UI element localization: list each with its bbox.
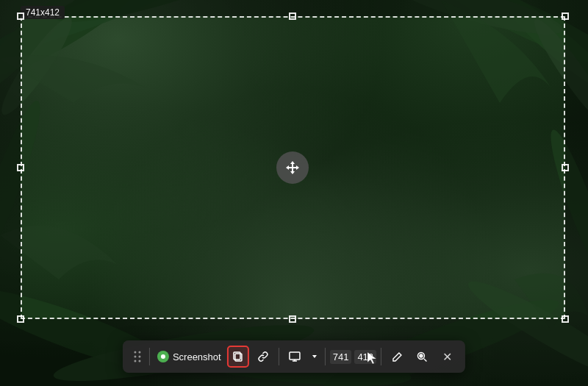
handle-bottom-right[interactable] bbox=[562, 315, 569, 323]
svg-rect-21 bbox=[288, 167, 297, 168]
handle-bottom-center[interactable] bbox=[289, 315, 296, 323]
copy-button[interactable] bbox=[227, 346, 249, 368]
handle-mid-left[interactable] bbox=[17, 164, 24, 171]
handle-top-left[interactable] bbox=[17, 12, 24, 20]
svg-point-25 bbox=[138, 356, 140, 358]
divider-3 bbox=[325, 348, 326, 365]
handle-top-center[interactable] bbox=[289, 12, 296, 20]
pencil-button[interactable] bbox=[386, 346, 408, 368]
link-icon bbox=[257, 351, 269, 362]
display-icon bbox=[289, 351, 301, 362]
handle-bottom-left[interactable] bbox=[17, 315, 24, 323]
display-button[interactable] bbox=[284, 346, 306, 368]
svg-point-26 bbox=[134, 360, 136, 362]
width-value: 741 bbox=[330, 350, 352, 364]
divider-4 bbox=[381, 348, 381, 365]
svg-point-23 bbox=[138, 351, 140, 354]
svg-point-22 bbox=[134, 351, 136, 354]
copy-icon bbox=[232, 351, 244, 362]
svg-rect-31 bbox=[290, 352, 300, 360]
move-arrows-icon bbox=[284, 160, 301, 176]
svg-point-27 bbox=[138, 360, 140, 362]
toolbar: Screenshot 741 412 bbox=[123, 340, 465, 373]
display-dropdown-button[interactable] bbox=[309, 346, 320, 368]
svg-point-28 bbox=[161, 354, 165, 359]
close-icon: ✕ bbox=[442, 350, 452, 364]
divider-2 bbox=[279, 348, 279, 365]
divider-1 bbox=[149, 348, 150, 365]
search-button[interactable] bbox=[411, 346, 433, 368]
camera-svg bbox=[159, 353, 167, 360]
chevron-down-icon bbox=[311, 353, 318, 360]
drag-handle[interactable] bbox=[130, 349, 145, 364]
link-button[interactable] bbox=[252, 346, 274, 368]
svg-marker-34 bbox=[312, 355, 317, 358]
close-button[interactable]: ✕ bbox=[436, 346, 458, 368]
pencil-icon bbox=[392, 351, 403, 362]
height-value: 412 bbox=[354, 350, 376, 364]
camera-icon bbox=[157, 351, 169, 362]
size-label: 741x412 bbox=[21, 6, 65, 19]
svg-point-24 bbox=[134, 356, 136, 358]
handle-mid-right[interactable] bbox=[562, 164, 569, 171]
move-icon[interactable] bbox=[276, 151, 309, 184]
handle-top-right[interactable] bbox=[562, 12, 569, 20]
drag-dots-icon bbox=[133, 349, 142, 364]
search-icon bbox=[417, 351, 428, 362]
screenshot-text: Screenshot bbox=[173, 351, 221, 362]
screenshot-label-group: Screenshot bbox=[154, 351, 224, 362]
